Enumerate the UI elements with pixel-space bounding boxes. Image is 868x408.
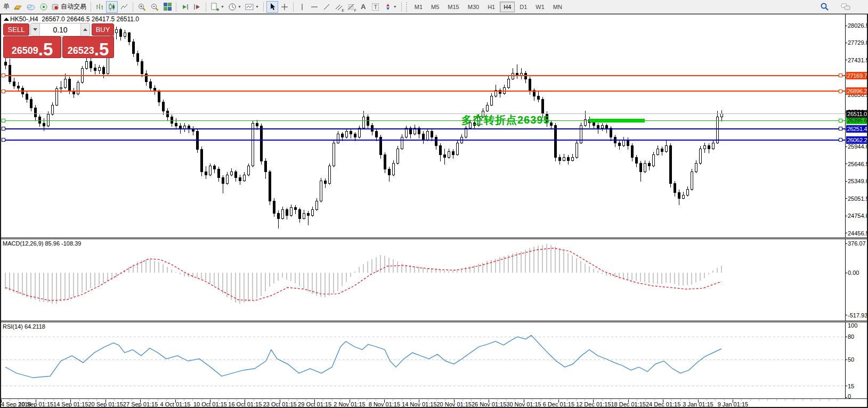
buy-button[interactable]: BUY — [92, 23, 114, 36]
candle-body — [486, 105, 488, 111]
timeframe-w1-button[interactable]: W1 — [532, 2, 548, 12]
timeframe-d1-button[interactable]: D1 — [516, 2, 531, 12]
candle-body — [358, 128, 360, 137]
candle-body — [141, 61, 143, 74]
timeframe-h1-button[interactable]: H1 — [484, 2, 499, 12]
line-chart-button[interactable] — [118, 1, 130, 13]
autotrade-button[interactable]: 自动交易 — [50, 1, 88, 13]
pane-separator[interactable] — [0, 238, 868, 239]
market-watch-button[interactable] — [25, 1, 37, 13]
candle-body — [175, 123, 177, 126]
trendline-icon — [322, 3, 331, 11]
candle-body — [260, 126, 262, 161]
timeframe-m30-button[interactable]: M30 — [464, 2, 483, 12]
candle-body — [149, 82, 151, 88]
line-handle[interactable] — [839, 89, 842, 93]
timeframe-h4-button[interactable]: H4 — [500, 2, 515, 12]
vertical-line-button[interactable] — [296, 1, 308, 13]
vertical-line-icon — [298, 3, 306, 11]
volume-down-button[interactable] — [31, 23, 39, 36]
line-handle[interactable] — [839, 127, 842, 130]
rsi-axis-tick-label: 100 — [848, 322, 857, 329]
chart-shift-button[interactable] — [191, 1, 203, 13]
line-handle[interactable] — [2, 138, 5, 142]
candle-body — [584, 120, 586, 126]
chevron-down-icon: ▼ — [255, 5, 259, 9]
timeframe-m1-button[interactable]: M1 — [411, 2, 426, 12]
candle-body — [337, 134, 339, 143]
bar-chart-button[interactable] — [94, 1, 106, 13]
candle-body — [422, 134, 424, 140]
volume-value[interactable]: 0.10 — [39, 23, 81, 36]
zoom-out-button[interactable] — [149, 1, 161, 13]
candle-body — [350, 131, 352, 134]
candle-body — [328, 166, 330, 184]
toolbar-separator — [206, 2, 206, 12]
chart-ohlc: 26567.0 26646.5 26417.5 26511.0 — [42, 15, 139, 23]
zoom-in-button[interactable] — [136, 1, 148, 13]
price-axis-tick-label: 24456.5 — [848, 230, 868, 236]
candle-body — [277, 213, 279, 218]
order-menu-label[interactable]: 单 — [2, 2, 11, 11]
macd-axis-tick-label: 376.07 — [848, 240, 866, 247]
candle-body — [614, 137, 616, 143]
timeframe-m5-button[interactable]: M5 — [427, 2, 443, 12]
candle-body — [234, 172, 237, 178]
new-order-button[interactable] — [12, 1, 24, 13]
line-handle[interactable] — [2, 74, 5, 77]
templates-button[interactable]: ▼ — [244, 1, 261, 13]
collapse-icon[interactable] — [4, 18, 9, 21]
sell-price-button[interactable]: 26509 .5 — [3, 36, 61, 58]
chat-button[interactable] — [839, 1, 853, 13]
timeframe-mn-button[interactable]: MN — [549, 2, 566, 12]
fibonacci-button[interactable]: F — [345, 1, 357, 13]
candle-body — [456, 143, 458, 154]
line-handle[interactable] — [839, 74, 842, 77]
candle-body — [119, 29, 121, 36]
candle-body — [388, 169, 390, 175]
buy-price-button[interactable]: 26523 .5 — [62, 36, 114, 58]
timeframe-m15-button[interactable]: M15 — [444, 2, 463, 12]
candle-body — [13, 82, 15, 86]
text-button[interactable]: A — [358, 1, 369, 13]
periods-button[interactable]: ▼ — [226, 1, 243, 13]
auto-scroll-button[interactable] — [179, 1, 191, 13]
candlestick-chart-button[interactable] — [106, 1, 118, 13]
candle-body — [413, 128, 416, 134]
annotation-text[interactable]: 多空转折点26395 — [461, 113, 550, 127]
price-level-badge: 26896.2 — [846, 87, 868, 95]
candle-body — [686, 190, 688, 195]
sell-button[interactable]: SELL — [3, 23, 29, 36]
candle-body — [392, 164, 394, 175]
candle-body — [64, 79, 66, 87]
candle-body — [674, 184, 676, 192]
arrows-button[interactable]: ▼ — [382, 1, 399, 13]
toolbar-separator — [293, 2, 294, 12]
price-axis-tick-label: 25349.0 — [848, 178, 868, 184]
signals-button[interactable] — [38, 1, 50, 13]
indicators-button[interactable]: ▼ — [209, 1, 226, 13]
trendline-button[interactable] — [321, 1, 332, 13]
tile-windows-button[interactable] — [161, 1, 173, 13]
line-handle[interactable] — [2, 89, 5, 93]
equidistant-channel-button[interactable]: E — [333, 1, 345, 13]
candle-body — [622, 140, 624, 146]
cursor-button[interactable] — [266, 1, 278, 13]
sell-price-pip: .5 — [38, 42, 53, 56]
bar-chart-icon — [95, 3, 104, 11]
buy-price-pip: .5 — [94, 42, 109, 56]
line-handle[interactable] — [839, 138, 842, 142]
line-handle[interactable] — [2, 127, 5, 130]
candle-body — [631, 146, 633, 158]
text-label-button[interactable]: T — [370, 1, 382, 13]
candle-body — [529, 79, 531, 91]
timeframe-group: M1M5M15M30H1H4D1W1MN — [411, 2, 566, 12]
crosshair-button[interactable] — [279, 1, 290, 13]
horizontal-line-button[interactable] — [309, 1, 320, 13]
volume-up-button[interactable] — [81, 23, 90, 36]
line-handle[interactable] — [839, 119, 842, 122]
rsi-axis-tick-label: 50 — [848, 356, 854, 363]
search-button[interactable] — [818, 1, 831, 13]
pane-separator[interactable] — [0, 321, 868, 322]
line-handle[interactable] — [2, 119, 5, 122]
